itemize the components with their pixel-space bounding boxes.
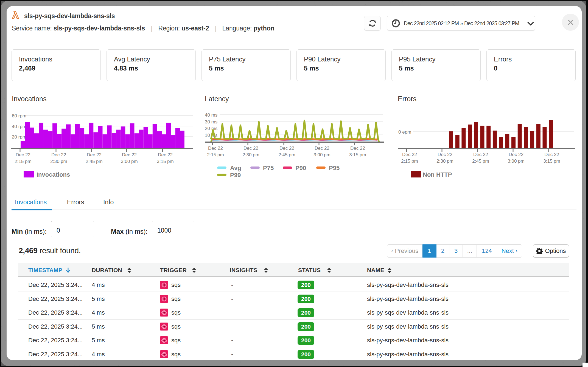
svg-text:P95: P95	[329, 165, 340, 171]
svg-text:2:15 pm: 2:15 pm	[15, 159, 31, 164]
svg-text:0 epm: 0 epm	[398, 129, 411, 135]
svg-text:2:30 pm: 2:30 pm	[50, 159, 67, 164]
svg-text:60 rpm: 60 rpm	[12, 113, 26, 118]
svg-text:Dec 22: Dec 22	[279, 146, 294, 151]
svg-text:3:15 pm: 3:15 pm	[543, 159, 560, 164]
svg-text:Dec 22: Dec 22	[208, 146, 223, 151]
svg-text:2:45 pm: 2:45 pm	[86, 159, 102, 164]
svg-text:Dec 22: Dec 22	[16, 152, 30, 157]
svg-text:3:15 pm: 3:15 pm	[157, 159, 173, 164]
svg-text:Dec 22: Dec 22	[87, 152, 102, 157]
svg-text:2:30 pm: 2:30 pm	[242, 152, 259, 157]
svg-text:Non HTTP: Non HTTP	[423, 171, 452, 178]
svg-text:2:30 pm: 2:30 pm	[436, 159, 453, 164]
svg-text:2:45 pm: 2:45 pm	[278, 152, 295, 157]
svg-text:20 ms: 20 ms	[205, 126, 217, 131]
svg-text:2:15 pm: 2:15 pm	[401, 159, 418, 164]
svg-text:Invocations: Invocations	[37, 171, 70, 178]
svg-text:3:15 pm: 3:15 pm	[349, 152, 366, 157]
svg-text:Dec 22: Dec 22	[473, 152, 488, 157]
svg-text:20 rpm: 20 rpm	[12, 134, 26, 140]
svg-text:Avg: Avg	[230, 165, 241, 171]
svg-text:Dec 22: Dec 22	[509, 152, 523, 157]
svg-text:3:00 pm: 3:00 pm	[121, 159, 138, 164]
svg-text:2:15 pm: 2:15 pm	[207, 152, 224, 157]
svg-text:Dec 22: Dec 22	[350, 146, 365, 151]
svg-text:Dec 22: Dec 22	[438, 152, 452, 157]
svg-text:Dec 22: Dec 22	[544, 152, 559, 157]
svg-text:Dec 22: Dec 22	[158, 152, 173, 157]
svg-text:Dec 22: Dec 22	[315, 146, 329, 151]
svg-text:Dec 22: Dec 22	[122, 152, 137, 157]
svg-text:40 ms: 40 ms	[205, 112, 217, 118]
svg-text:30 ms: 30 ms	[205, 119, 217, 125]
svg-text:Dec 22: Dec 22	[402, 152, 417, 157]
svg-text:3:00 pm: 3:00 pm	[313, 152, 330, 157]
svg-text:P75: P75	[263, 165, 274, 171]
svg-text:3:00 pm: 3:00 pm	[508, 159, 524, 164]
svg-text:Dec 22: Dec 22	[51, 152, 66, 157]
svg-text:40 rpm: 40 rpm	[12, 124, 26, 129]
svg-text:Dec 22: Dec 22	[243, 146, 258, 151]
svg-text:P99: P99	[230, 172, 241, 179]
svg-text:2:45 pm: 2:45 pm	[472, 159, 489, 164]
svg-text:P90: P90	[295, 165, 306, 171]
